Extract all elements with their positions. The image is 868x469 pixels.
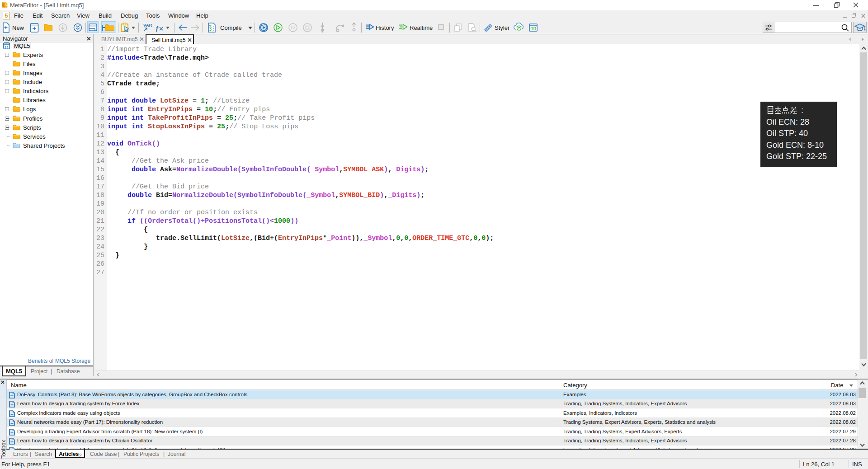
svg-text:( ): ( ) [5,45,9,49]
svg-text:f: f [156,24,159,32]
svg-text:Toolbox: Toolbox [0,440,7,459]
svg-text:VAR: VAR [143,23,152,28]
svg-text:5: 5 [5,13,8,19]
svg-text:5: 5 [5,3,7,7]
